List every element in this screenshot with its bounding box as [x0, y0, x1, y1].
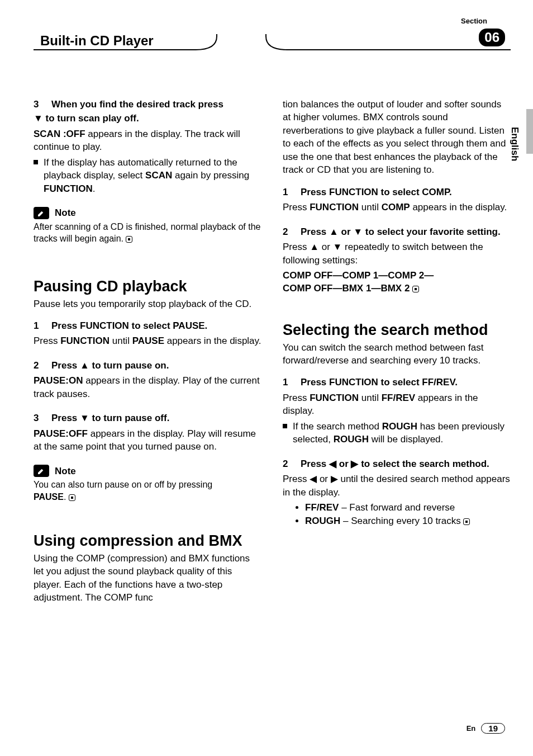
language-tab	[526, 109, 533, 154]
footer-lang: En	[467, 724, 476, 733]
chapter-number-pill: 06	[265, 31, 511, 51]
search-method-list: FF/REV – Fast forward and reverse ROUGH …	[283, 501, 511, 527]
scan-off-label: SCAN :OFF	[34, 129, 85, 139]
end-mark-icon	[69, 494, 75, 501]
t: Press	[34, 336, 60, 346]
square-bullet-icon	[283, 424, 287, 428]
t: BMX 2	[380, 283, 410, 294]
search-s2-body: Press ◀ or ▶ until the desired search me…	[283, 472, 511, 499]
scan-step3: 3When you find the desired track press ▼…	[34, 98, 261, 195]
search-intro: You can switch the search method between…	[283, 341, 511, 367]
t: COMP OFF	[283, 283, 332, 294]
t: FUNCTION	[310, 202, 359, 212]
list-item: ROUGH – Searching every 10 tracks	[305, 514, 511, 527]
step3-lead-a: When you find the desired track press	[51, 99, 223, 110]
list-item: FF/REV – Fast forward and reverse	[305, 501, 511, 514]
comp-settings: COMP OFF—COMP 1—COMP 2— COMP OFF—BMX 1—B…	[283, 269, 511, 295]
comp-s1-lead: Press FUNCTION to select COMP.	[301, 187, 452, 197]
search-s2-lead: Press ◀ or ▶ to select the search method…	[301, 459, 489, 469]
comp-heading: Using compression and BMX	[34, 533, 261, 550]
comp-step1: 1Press FUNCTION to select COMP. Press FU…	[283, 186, 511, 214]
end-mark-icon	[412, 286, 419, 292]
page: Section Built-in CD Player 06 English 3W…	[0, 0, 533, 756]
end-mark-icon	[463, 518, 470, 525]
note-pencil-icon	[34, 465, 49, 477]
comp-s2-lead: Press ▲ or ▼ to select your favorite set…	[301, 226, 501, 237]
scan-bullet-d: FUNCTION	[44, 183, 93, 194]
t: until	[359, 393, 382, 403]
comp-intro: Using the COMP (compression) and BMX fun…	[34, 552, 261, 604]
t: COMP	[382, 202, 410, 212]
t: FUNCTION	[60, 336, 110, 346]
search-s1-lead: Press FUNCTION to select FF/REV.	[301, 377, 458, 388]
t: – Searching every 10 tracks	[340, 516, 460, 526]
pause-note-body: You can also turn pause on or off by pre…	[34, 479, 261, 503]
footer-page-number: 19	[481, 723, 505, 734]
content-columns: 3When you find the desired track press ▼…	[34, 98, 511, 607]
t: FUNCTION	[310, 393, 359, 403]
pause-step1: 1Press FUNCTION to select PAUSE. Press F…	[34, 319, 261, 348]
pause-s3-lead: Press ▼ to turn pause off.	[51, 413, 169, 423]
comp-cont: tion balances the output of louder and s…	[283, 98, 511, 177]
header: Section Built-in CD Player 06 English	[34, 31, 511, 59]
scan-bullet-c: again by pressing	[172, 170, 249, 181]
t: appears in the display.	[410, 202, 507, 212]
pause-s1-lead: Press FUNCTION to select PAUSE.	[51, 320, 207, 331]
t: – Fast forward and reverse	[339, 502, 455, 513]
t: COMP 1	[342, 270, 378, 281]
scan-note-text: After scanning of a CD is finished, norm…	[34, 222, 260, 244]
t: Press	[283, 393, 310, 403]
note-pencil-icon	[34, 207, 49, 219]
search-step2: 2Press ◀ or ▶ to select the search metho…	[283, 457, 511, 527]
t: BMX 1	[342, 283, 371, 294]
t: PAUSE:ON	[34, 375, 83, 386]
t: You can also turn pause on or off by pre…	[34, 480, 212, 489]
scan-bullet-b: SCAN	[145, 170, 172, 181]
t: PAUSE:OFF	[34, 428, 88, 439]
t: ROUGH	[382, 421, 417, 432]
note-row: Note	[34, 206, 261, 219]
pause-step3: 3Press ▼ to turn pause off. PAUSE:OFF ap…	[34, 412, 261, 453]
note-row-2: Note	[34, 465, 261, 478]
t: until	[110, 336, 132, 346]
scan-note-body: After scanning of a CD is finished, norm…	[34, 221, 261, 245]
chapter-number-badge: 06	[479, 29, 505, 46]
step3-lead-b: ▼ to turn scan play off.	[34, 112, 261, 125]
search-heading: Selecting the search method	[283, 322, 511, 339]
comp-step2: 2Press ▲ or ▼ to select your favorite se…	[283, 225, 511, 295]
right-column: tion balances the output of louder and s…	[283, 98, 511, 607]
search-step1: 1Press FUNCTION to select FF/REV. Press …	[283, 376, 511, 446]
section-label: Section	[461, 17, 487, 25]
t: FF/REV	[382, 393, 415, 403]
t: COMP 2	[388, 270, 424, 281]
t: PAUSE	[34, 492, 64, 502]
footer: En 19	[467, 723, 505, 734]
t: If the search method	[293, 421, 382, 432]
t: Press	[283, 202, 310, 212]
t: will be displayed.	[369, 434, 443, 445]
pause-step2: 2Press ▲ to turn pause on. PAUSE:ON appe…	[34, 359, 261, 400]
chapter-title-pill: Built-in CD Player	[34, 31, 159, 51]
square-bullet-icon	[34, 160, 38, 164]
t: appears in the display.	[164, 336, 261, 346]
t: COMP OFF	[283, 270, 332, 281]
t: ROUGH	[334, 434, 369, 445]
pause-intro: Pause lets you temporarily stop playback…	[34, 297, 261, 310]
left-column: 3When you find the desired track press ▼…	[34, 98, 261, 607]
pill-outline-right	[265, 31, 511, 51]
note-label-2: Note	[55, 465, 76, 478]
comp-s2-body: Press ▲ or ▼ repeatedly to switch betwee…	[283, 240, 511, 267]
pause-heading: Pausing CD playback	[34, 278, 261, 295]
t: ROUGH	[305, 516, 340, 526]
note-label: Note	[55, 206, 76, 219]
chapter-title: Built-in CD Player	[39, 33, 154, 49]
t: until	[359, 202, 382, 212]
pause-s2-lead: Press ▲ to turn pause on.	[51, 360, 169, 371]
end-mark-icon	[126, 236, 132, 243]
language-label: English	[509, 127, 520, 161]
t: FF/REV	[305, 502, 339, 513]
t: PAUSE	[132, 336, 164, 346]
